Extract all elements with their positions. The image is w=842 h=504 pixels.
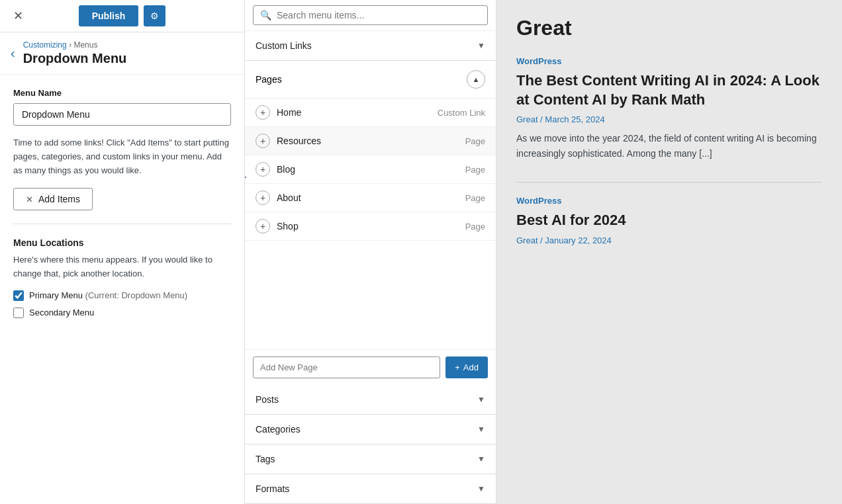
left-content: Menu Name Time to add some links! Click … bbox=[0, 75, 244, 504]
tags-label: Tags bbox=[256, 454, 275, 464]
middle-panel: 🔍 Custom Links ▼ Pages ▲ + Home Custom L… bbox=[245, 0, 496, 504]
formats-label: Formats bbox=[256, 483, 289, 494]
menu-locations-title: Menu Locations bbox=[13, 237, 231, 248]
formats-arrow: ▼ bbox=[477, 484, 485, 493]
panel-title: Dropdown Menu bbox=[23, 51, 127, 66]
tags-arrow: ▼ bbox=[477, 454, 485, 464]
custom-links-accordion: Custom Links ▼ bbox=[245, 31, 496, 61]
menu-name-input[interactable] bbox=[13, 103, 231, 126]
page-name-resources: Resources bbox=[277, 136, 321, 146]
tags-accordion: Tags ▼ bbox=[245, 444, 496, 474]
article-divider bbox=[516, 182, 822, 183]
add-page-row: + Add bbox=[245, 349, 496, 385]
page-name-home: Home bbox=[277, 107, 301, 118]
primary-menu-label: Primary Menu (Current: Dropdown Menu) bbox=[29, 290, 187, 300]
page-type-about: Page bbox=[465, 193, 485, 203]
categories-label: Categories bbox=[256, 424, 301, 435]
add-page-label: Add bbox=[463, 362, 479, 372]
close-button[interactable]: ✕ bbox=[8, 6, 28, 26]
categories-arrow: ▼ bbox=[477, 425, 485, 434]
posts-arrow: ▼ bbox=[477, 395, 485, 404]
article-card-1: WordPress Best AI for 2024 Great / Janua… bbox=[516, 196, 822, 245]
breadcrumb: Customizing › Menus bbox=[23, 40, 127, 50]
add-page-plus: + bbox=[455, 362, 460, 372]
settings-button[interactable]: ⚙ bbox=[144, 5, 165, 26]
page-type-resources: Page bbox=[465, 136, 485, 146]
page-item-blog[interactable]: + Blog Page bbox=[245, 155, 496, 184]
page-left-shop: + Shop bbox=[256, 219, 299, 233]
page-type-home: Custom Link bbox=[438, 108, 485, 118]
secondary-menu-item: Secondary Menu bbox=[13, 308, 231, 318]
secondary-menu-label: Secondary Menu bbox=[29, 308, 94, 317]
left-panel: ✕ Publish ⚙ ‹ Customizing › Menus Dropdo… bbox=[0, 0, 245, 504]
menu-name-label: Menu Name bbox=[13, 88, 231, 98]
article-meta-0: Great / March 25, 2024 bbox=[516, 114, 822, 124]
back-button[interactable]: ‹ bbox=[11, 46, 15, 61]
add-icon-home[interactable]: + bbox=[256, 105, 270, 120]
search-bar: 🔍 bbox=[245, 0, 496, 31]
search-icon: 🔍 bbox=[260, 10, 271, 21]
page-left-home: + Home bbox=[256, 105, 301, 120]
search-wrap: 🔍 bbox=[253, 5, 488, 25]
add-icon-about[interactable]: + bbox=[256, 190, 270, 205]
page-left-blog: + Blog bbox=[256, 162, 295, 177]
page-item-about[interactable]: + About Page bbox=[245, 184, 496, 212]
x-icon: ✕ bbox=[26, 194, 33, 204]
posts-header[interactable]: Posts ▼ bbox=[245, 385, 496, 414]
primary-menu-item: Primary Menu (Current: Dropdown Menu) bbox=[13, 290, 231, 301]
posts-accordion: Posts ▼ bbox=[245, 385, 496, 415]
page-left-resources: + Resources bbox=[256, 134, 321, 148]
page-name-about: About bbox=[277, 192, 301, 203]
custom-links-arrow: ▼ bbox=[477, 41, 485, 50]
search-input[interactable] bbox=[277, 10, 481, 21]
article-title-0: The Best Content Writing AI in 2024: A L… bbox=[516, 71, 822, 109]
page-item-shop[interactable]: + Shop Page bbox=[245, 212, 496, 241]
custom-links-label: Custom Links bbox=[256, 40, 312, 51]
breadcrumb-menus: Menus bbox=[73, 40, 97, 50]
article-card-0: WordPress The Best Content Writing AI in… bbox=[516, 56, 822, 161]
article-title-1: Best AI for 2024 bbox=[516, 211, 822, 230]
pages-list: + Home Custom Link + Resources Page + Bl… bbox=[245, 99, 496, 349]
posts-label: Posts bbox=[256, 394, 279, 405]
page-type-shop: Page bbox=[465, 222, 485, 231]
add-page-input[interactable] bbox=[253, 357, 440, 378]
add-icon-resources[interactable]: + bbox=[256, 134, 270, 148]
add-items-button[interactable]: ✕ Add Items bbox=[13, 188, 93, 210]
secondary-menu-checkbox[interactable] bbox=[13, 308, 24, 318]
tags-header[interactable]: Tags ▼ bbox=[245, 444, 496, 474]
article-tag-1: WordPress bbox=[516, 196, 822, 206]
categories-accordion: Categories ▼ bbox=[245, 415, 496, 444]
pages-section: Pages ▲ + Home Custom Link + Resources P… bbox=[245, 61, 496, 385]
add-page-button[interactable]: + Add bbox=[445, 357, 488, 378]
pages-toggle[interactable]: ▲ bbox=[467, 70, 485, 89]
formats-accordion: Formats ▼ bbox=[245, 474, 496, 504]
page-name-blog: Blog bbox=[277, 164, 295, 175]
site-title: Great bbox=[516, 16, 822, 40]
breadcrumb-arrow: › bbox=[69, 40, 71, 50]
formats-header[interactable]: Formats ▼ bbox=[245, 474, 496, 503]
pages-label: Pages bbox=[256, 74, 282, 85]
breadcrumb-customizing[interactable]: Customizing bbox=[23, 40, 67, 50]
page-type-blog: Page bbox=[465, 165, 485, 175]
article-excerpt-0: As we move into the year 2024, the field… bbox=[516, 131, 822, 161]
page-item-home[interactable]: + Home Custom Link bbox=[245, 99, 496, 127]
hint-text: Time to add some links! Click "Add Items… bbox=[13, 136, 231, 177]
top-bar: ✕ Publish ⚙ bbox=[0, 0, 244, 32]
publish-button[interactable]: Publish bbox=[79, 5, 139, 26]
location-hint: Here's where this menu appears. If you w… bbox=[13, 253, 231, 281]
add-icon-shop[interactable]: + bbox=[256, 219, 270, 233]
divider bbox=[13, 224, 231, 224]
article-tag-0: WordPress bbox=[516, 56, 822, 66]
article-meta-1: Great / January 22, 2024 bbox=[516, 235, 822, 245]
add-icon-blog[interactable]: + bbox=[256, 162, 270, 177]
right-panel: Great WordPress The Best Content Writing… bbox=[496, 0, 842, 504]
primary-menu-checkbox[interactable] bbox=[13, 290, 24, 301]
page-name-shop: Shop bbox=[277, 221, 299, 231]
custom-links-header[interactable]: Custom Links ▼ bbox=[245, 31, 496, 60]
nav-bar: ‹ Customizing › Menus Dropdown Menu bbox=[0, 32, 244, 75]
pages-header: Pages ▲ bbox=[245, 61, 496, 99]
categories-header[interactable]: Categories ▼ bbox=[245, 415, 496, 444]
page-left-about: + About bbox=[256, 190, 301, 205]
page-item-resources[interactable]: + Resources Page bbox=[245, 127, 496, 155]
add-items-label: Add Items bbox=[38, 194, 80, 204]
